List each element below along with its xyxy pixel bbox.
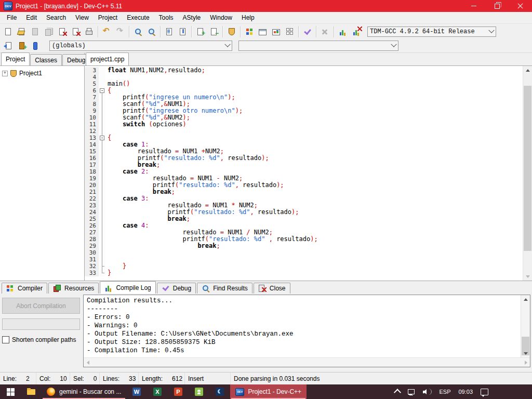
- remove-from-project-button[interactable]: [207, 25, 221, 38]
- editor-tab-project1.cpp[interactable]: project1.cpp: [86, 52, 129, 65]
- print-button[interactable]: [83, 25, 96, 38]
- shorten-paths-checkbox[interactable]: [2, 336, 9, 343]
- toggle-bookmark-button[interactable]: [29, 39, 42, 52]
- report-tab-close[interactable]: Close: [254, 283, 290, 294]
- toolbar-icons: [2, 25, 363, 38]
- taskbar-blue-app[interactable]: [209, 384, 230, 399]
- menu-tools[interactable]: Tools: [154, 12, 178, 23]
- profile-analysis-button[interactable]: [225, 25, 238, 38]
- scroll-down-arrow[interactable]: [523, 272, 532, 281]
- menu-bar: FileEditSearchViewProjectExecuteToolsASt…: [0, 12, 532, 23]
- taskbar-devcpp[interactable]: Project1 - Dev-C++: [230, 384, 307, 399]
- find-button[interactable]: [131, 25, 145, 38]
- notifications-icon[interactable]: [481, 389, 488, 395]
- fold-collapse-icon[interactable]: -: [100, 136, 104, 140]
- scroll-left-arrow[interactable]: [84, 358, 92, 367]
- editor-vertical-scrollbar[interactable]: [523, 66, 532, 281]
- menu-help[interactable]: Help: [237, 12, 259, 23]
- close-all-button[interactable]: [69, 25, 83, 38]
- open-file-button[interactable]: [15, 25, 29, 38]
- code-line: 21 break;: [85, 189, 523, 195]
- menu-astyle[interactable]: AStyle: [178, 12, 206, 23]
- members-select[interactable]: [238, 41, 398, 51]
- taskbar-start-button[interactable]: [0, 384, 21, 399]
- close-file-button[interactable]: [56, 25, 69, 38]
- compile-progress-bar: [2, 318, 80, 330]
- title-bar: DEV Project1 - [brayan.dev] - Dev-C++ 5.…: [0, 0, 532, 12]
- fold-collapse-icon[interactable]: -: [100, 88, 104, 93]
- globals-select[interactable]: (globals): [49, 41, 232, 51]
- scroll-up-arrow[interactable]: [521, 295, 530, 303]
- taskbar-word[interactable]: [126, 384, 147, 399]
- taskbar-excel[interactable]: [147, 384, 168, 399]
- code-text: break;: [105, 243, 220, 249]
- status-value: Done parsing in 0.031 seconds: [234, 375, 320, 382]
- editor-scroll-thumb[interactable]: [524, 86, 531, 251]
- log-vertical-scrollbar[interactable]: [521, 295, 530, 357]
- project-tree-item[interactable]: + Project1: [2, 70, 82, 77]
- minimize-button[interactable]: [462, 0, 485, 12]
- fold-margin: [99, 236, 105, 243]
- line-number: 15: [85, 148, 99, 155]
- scroll-down-arrow[interactable]: [521, 349, 530, 357]
- add-to-project-button[interactable]: [194, 25, 207, 38]
- log-horizontal-scrollbar[interactable]: [84, 357, 530, 367]
- taskbar-file-explorer[interactable]: [21, 384, 42, 399]
- globals-select-value: (globals): [52, 42, 86, 49]
- find-in-files-button[interactable]: [145, 25, 158, 38]
- taskbar-powerpoint[interactable]: [168, 384, 189, 399]
- status-value: 2: [26, 375, 30, 382]
- status-value: 612: [172, 375, 182, 382]
- undo-button[interactable]: [100, 25, 114, 38]
- menu-project[interactable]: Project: [94, 12, 122, 23]
- restore-button[interactable]: [485, 0, 509, 12]
- tray-chevron-up-icon[interactable]: [394, 389, 401, 396]
- tree-expand-icon[interactable]: +: [2, 71, 8, 76]
- toolbar2-icons: [2, 39, 42, 52]
- report-tab-resources[interactable]: Resources: [48, 283, 99, 294]
- panel-tab-classes[interactable]: Classes: [30, 54, 62, 65]
- compile-and-run-button[interactable]: [350, 25, 363, 38]
- menu-execute[interactable]: Execute: [122, 12, 154, 23]
- run-button[interactable]: [336, 25, 350, 38]
- status-label: Lines:: [103, 375, 119, 382]
- scroll-right-arrow[interactable]: [522, 358, 530, 367]
- shorten-paths-option[interactable]: Shorten compiler paths: [2, 336, 81, 343]
- new-file-button[interactable]: [2, 25, 15, 38]
- project-tree-label: Project1: [19, 70, 42, 77]
- code-line: 4: [85, 74, 523, 81]
- panel-tab-project[interactable]: Project: [1, 52, 30, 65]
- language-indicator[interactable]: ESP: [439, 389, 450, 395]
- taskbar-android-app[interactable]: [189, 384, 209, 399]
- scroll-up-arrow[interactable]: [523, 66, 532, 74]
- undo-icon: [102, 28, 112, 36]
- compile-button[interactable]: [301, 25, 314, 38]
- goto-line-button[interactable]: [176, 25, 190, 38]
- close-project-button[interactable]: [283, 25, 297, 38]
- toolbar-separator: [98, 26, 99, 37]
- close-button[interactable]: [509, 0, 532, 12]
- menu-file[interactable]: File: [2, 12, 21, 23]
- editor-tabs: project1.cpp: [85, 53, 532, 65]
- report-tab-find-results[interactable]: Find Results: [197, 283, 252, 294]
- network-icon[interactable]: [408, 389, 415, 395]
- report-tab-compiler[interactable]: Compiler: [2, 283, 47, 294]
- taskbar-firefox[interactable]: gemini - Buscar con ...: [42, 384, 126, 399]
- redo-button: [114, 25, 127, 38]
- report-tab-compile-log[interactable]: Compile Log: [100, 281, 155, 294]
- goto-file-button[interactable]: [2, 39, 15, 52]
- menu-window[interactable]: Window: [205, 12, 237, 23]
- new-unit-button[interactable]: [15, 39, 29, 52]
- new-project-button[interactable]: [243, 25, 256, 38]
- compiler-select[interactable]: TDM-GCC 4.9.2 64-bit Release: [367, 26, 496, 37]
- menu-view[interactable]: View: [71, 12, 94, 23]
- clock[interactable]: 09:03: [458, 389, 473, 395]
- replace-button[interactable]: [163, 25, 176, 38]
- volume-icon[interactable]: [423, 389, 431, 395]
- menu-edit[interactable]: Edit: [21, 12, 42, 23]
- code-editor[interactable]: 3float NUM1,NUM2,resultado;45main()6-{7 …: [85, 66, 523, 281]
- report-tab-debug[interactable]: Debug: [157, 283, 196, 294]
- open-project-button[interactable]: [256, 25, 270, 38]
- project-options-button[interactable]: [270, 25, 283, 38]
- menu-search[interactable]: Search: [42, 12, 71, 23]
